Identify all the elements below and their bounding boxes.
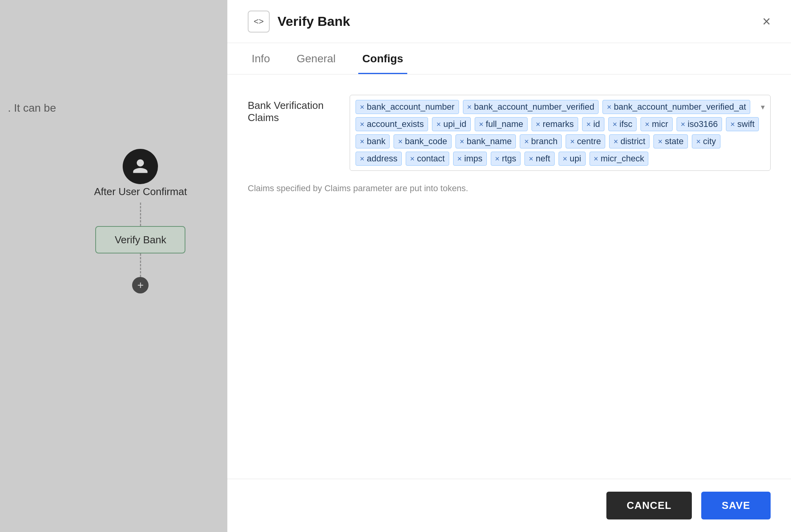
tag-item: ×iso3166 (677, 117, 722, 131)
tag-remove-icon[interactable]: × (586, 120, 591, 128)
tag-label: bank (367, 136, 386, 147)
tag-item: ×upi (559, 152, 586, 166)
tag-item: ×bank_code (394, 134, 451, 148)
tag-label: upi (570, 154, 581, 164)
tag-remove-icon[interactable]: × (360, 103, 365, 111)
tag-label: rtgs (502, 154, 516, 164)
tag-label: contact (417, 154, 445, 164)
panel-footer: CANCEL SAVE (227, 479, 791, 532)
tag-remove-icon[interactable]: × (658, 138, 662, 145)
tag-label: id (593, 119, 600, 129)
tag-item: ×state (653, 134, 688, 148)
tag-item: ×bank_account_number_verified_at (602, 100, 750, 114)
tag-label: ifsc (619, 119, 632, 129)
tag-remove-icon[interactable]: × (495, 155, 500, 163)
tag-label: bank_account_number_verified (474, 102, 594, 112)
save-button[interactable]: SAVE (701, 492, 771, 519)
tag-item: ×district (609, 134, 649, 148)
tag-remove-icon[interactable]: × (730, 120, 735, 128)
canvas-overlay (0, 0, 227, 532)
tag-label: upi_id (443, 119, 466, 129)
tag-label: bank_name (466, 136, 512, 147)
tags-input[interactable]: ×bank_account_number×bank_account_number… (350, 95, 771, 171)
tag-label: micr (652, 119, 668, 129)
tag-item: ×id (582, 117, 604, 131)
tag-label: remarks (542, 119, 573, 129)
tag-remove-icon[interactable]: × (607, 103, 611, 111)
tag-remove-icon[interactable]: × (613, 138, 618, 145)
form-label: Bank Verification Claims (248, 95, 334, 124)
tag-remove-icon[interactable]: × (645, 120, 649, 128)
tag-item: ×remarks (532, 117, 578, 131)
tag-item: ×contact (406, 152, 449, 166)
tag-remove-icon[interactable]: × (696, 138, 701, 145)
tag-remove-icon[interactable]: × (536, 120, 541, 128)
panel-header: <> Verify Bank × (227, 0, 791, 43)
tag-item: ×upi_id (432, 117, 470, 131)
tag-label: centre (577, 136, 601, 147)
tag-remove-icon[interactable]: × (529, 155, 533, 163)
tag-label: bank_account_number_verified_at (614, 102, 746, 112)
tag-item: ×micr_check (590, 152, 649, 166)
tag-remove-icon[interactable]: × (460, 138, 464, 145)
tag-remove-icon[interactable]: × (570, 138, 575, 145)
tag-remove-icon[interactable]: × (681, 120, 686, 128)
tag-item: ×neft (524, 152, 554, 166)
tag-label: neft (536, 154, 550, 164)
tag-remove-icon[interactable]: × (436, 120, 441, 128)
bank-verification-row: Bank Verification Claims ×bank_account_n… (248, 95, 771, 171)
dropdown-arrow-icon: ▾ (761, 102, 765, 112)
tag-remove-icon[interactable]: × (360, 138, 365, 145)
tag-remove-icon[interactable]: × (479, 120, 484, 128)
tag-label: bank_code (405, 136, 447, 147)
tag-item: ×imps (453, 152, 487, 166)
tab-info[interactable]: Info (248, 52, 274, 74)
tab-bar: Info General Configs (227, 43, 791, 74)
tag-remove-icon[interactable]: × (467, 103, 472, 111)
close-button[interactable]: × (762, 14, 771, 29)
tag-remove-icon[interactable]: × (360, 120, 365, 128)
tag-item: ×bank_account_number_verified (463, 100, 599, 114)
tag-label: state (665, 136, 684, 147)
code-icon-button[interactable]: <> (248, 11, 270, 33)
tag-text-input[interactable] (652, 152, 760, 162)
tag-item: ×ifsc (608, 117, 637, 131)
tag-item: ×city (692, 134, 720, 148)
tag-item: ×bank (356, 134, 390, 148)
tab-general[interactable]: General (293, 52, 340, 74)
tag-item: ×branch (520, 134, 562, 148)
tag-remove-icon[interactable]: × (524, 138, 529, 145)
tag-remove-icon[interactable]: × (563, 155, 568, 163)
tag-item: ×full_name (475, 117, 528, 131)
side-panel: <> Verify Bank × Info General Configs Ba… (227, 0, 791, 532)
tag-label: iso3166 (688, 119, 718, 129)
tag-label: imps (464, 154, 482, 164)
tag-label: swift (737, 119, 755, 129)
tag-item: ×bank_account_number (356, 100, 459, 114)
tag-label: branch (531, 136, 557, 147)
tag-item: ×address (356, 152, 402, 166)
panel-header-left: <> Verify Bank (248, 11, 350, 33)
tag-remove-icon[interactable]: × (410, 155, 415, 163)
tag-item: ×centre (566, 134, 605, 148)
tag-item: ×swift (726, 117, 759, 131)
tag-label: full_name (486, 119, 523, 129)
panel-body: Bank Verification Claims ×bank_account_n… (227, 74, 791, 479)
cancel-button[interactable]: CANCEL (606, 492, 692, 519)
tag-item: ×micr (640, 117, 672, 131)
tag-remove-icon[interactable]: × (457, 155, 462, 163)
tag-label: account_exists (367, 119, 424, 129)
tag-remove-icon[interactable]: × (613, 120, 617, 128)
tag-label: address (367, 154, 397, 164)
tag-label: district (620, 136, 646, 147)
tag-remove-icon[interactable]: × (360, 155, 365, 163)
panel-title: Verify Bank (278, 14, 350, 29)
tab-configs[interactable]: Configs (358, 52, 407, 74)
tag-remove-icon[interactable]: × (594, 155, 599, 163)
tag-label: micr_check (601, 154, 644, 164)
tag-label: city (703, 136, 716, 147)
tag-remove-icon[interactable]: × (398, 138, 403, 145)
tag-item: ×bank_name (455, 134, 516, 148)
hint-text: Claims specified by Claims parameter are… (248, 183, 771, 194)
tag-item: ×rtgs (491, 152, 521, 166)
